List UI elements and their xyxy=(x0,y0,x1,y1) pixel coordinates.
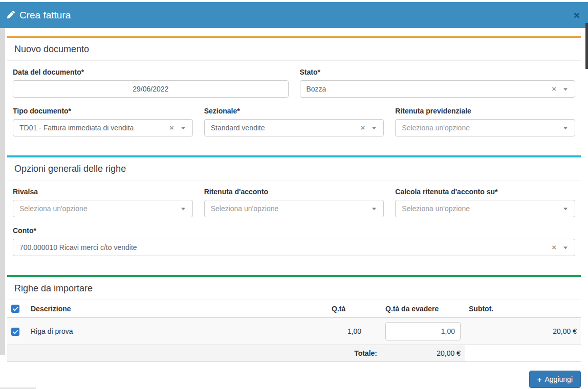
sezionale-select-value: Standard vendite xyxy=(211,124,265,132)
panel-title-nuovo-documento: Nuovo documento xyxy=(7,38,581,61)
panel-title-opzioni-generali: Opzioni generali delle righe xyxy=(7,157,581,180)
modal-header: Crea fattura × xyxy=(0,2,588,28)
qta-da-evadere-input[interactable] xyxy=(385,322,461,340)
panel-righe-da-importare: Righe da importare Descrizione Q.tà Q.tà… xyxy=(7,275,581,362)
label-calcola-ritenuta: Calcola ritenuta d'acconto su* xyxy=(395,188,575,196)
close-icon[interactable]: × xyxy=(574,10,580,20)
calcola-ritenuta-placeholder: Seleziona un'opzione xyxy=(402,204,470,213)
chevron-down-icon[interactable] xyxy=(372,208,376,211)
stato-select[interactable]: Bozza × xyxy=(300,80,576,98)
column-header-qta-da-evadere: Q.tà da evadere xyxy=(381,300,465,317)
totale-blank-cell xyxy=(465,345,581,362)
ritenuta-acconto-select[interactable]: Seleziona un'opzione xyxy=(204,200,384,217)
calcola-ritenuta-select[interactable]: Seleziona un'opzione xyxy=(395,200,575,217)
label-tipo-documento: Tipo documento* xyxy=(13,107,193,115)
modal-title-text: Crea fattura xyxy=(19,10,71,21)
panel-nuovo-documento: Nuovo documento Data del documento* Stat… xyxy=(7,36,581,147)
scrollbar-thumb[interactable] xyxy=(585,23,588,69)
plus-icon: + xyxy=(537,376,542,383)
rivalsa-placeholder: Seleziona un'opzione xyxy=(19,204,88,213)
chevron-down-icon[interactable] xyxy=(181,208,185,211)
modal-actions: + Aggiungi xyxy=(7,371,581,388)
righe-table: Descrizione Q.tà Q.tà da evadere Subtot.… xyxy=(7,300,581,362)
label-stato: Stato* xyxy=(300,68,576,76)
totale-label: Totale: xyxy=(7,345,381,362)
chevron-down-icon[interactable] xyxy=(181,127,185,130)
ritenuta-acconto-placeholder: Seleziona un'opzione xyxy=(211,204,279,213)
panel-opzioni-generali: Opzioni generali delle righe Rivalsa Sel… xyxy=(7,155,581,266)
row-subtot: 20,00 € xyxy=(465,317,581,345)
ritenuta-previdenziale-placeholder: Seleziona un'opzione xyxy=(402,124,470,132)
aggiungi-button[interactable]: + Aggiungi xyxy=(529,371,581,388)
rivalsa-select[interactable]: Seleziona un'opzione xyxy=(13,200,193,217)
conto-select[interactable]: 700.000010 Ricavi merci c/to vendite × xyxy=(13,239,575,256)
clear-x-icon[interactable]: × xyxy=(552,85,556,93)
label-sezionale: Sezionale* xyxy=(204,107,384,115)
clear-x-icon[interactable]: × xyxy=(169,124,174,131)
modal-body: Nuovo documento Data del documento* Stat… xyxy=(0,28,588,388)
table-row: Riga di prova 1,00 20,00 € xyxy=(7,317,581,345)
chevron-down-icon[interactable] xyxy=(563,208,568,211)
table-header-row: Descrizione Q.tà Q.tà da evadere Subtot. xyxy=(7,300,581,317)
row-qta: 1,00 xyxy=(328,317,381,345)
row-checkbox[interactable] xyxy=(11,328,19,336)
clear-x-icon[interactable]: × xyxy=(361,124,365,131)
select-all-checkbox[interactable] xyxy=(11,305,19,313)
pencil-icon xyxy=(7,10,15,21)
chevron-down-icon[interactable] xyxy=(372,127,376,130)
tipo-documento-select[interactable]: TD01 - Fattura immediata di vendita × xyxy=(13,119,193,136)
page-edge-left xyxy=(0,28,5,355)
table-footer-row: Totale: 20,00 € xyxy=(7,345,581,362)
label-rivalsa: Rivalsa xyxy=(13,188,193,196)
data-documento-input[interactable] xyxy=(13,80,289,98)
chevron-down-icon[interactable] xyxy=(563,247,568,249)
label-conto: Conto* xyxy=(13,226,575,235)
row-descrizione: Riga di prova xyxy=(27,317,328,345)
stato-select-value: Bozza xyxy=(307,85,326,93)
panel-title-righe-da-importare: Righe da importare xyxy=(7,277,581,300)
column-header-descrizione: Descrizione xyxy=(27,300,328,317)
label-ritenuta-previdenziale: Ritenuta previdenziale xyxy=(395,107,575,115)
conto-select-value: 700.000010 Ricavi merci c/to vendite xyxy=(19,243,137,251)
sezionale-select[interactable]: Standard vendite × xyxy=(204,119,384,136)
totale-value: 20,00 € xyxy=(381,345,465,362)
modal-title: Crea fattura xyxy=(7,10,71,21)
chevron-down-icon[interactable] xyxy=(563,88,568,91)
label-data-documento: Data del documento* xyxy=(13,68,289,76)
ritenuta-previdenziale-select[interactable]: Seleziona un'opzione xyxy=(395,119,575,136)
chevron-down-icon[interactable] xyxy=(563,127,568,130)
aggiungi-button-label: Aggiungi xyxy=(545,375,573,383)
tipo-documento-select-value: TD01 - Fattura immediata di vendita xyxy=(19,124,134,132)
clear-x-icon[interactable]: × xyxy=(552,243,556,251)
column-header-subtot: Subtot. xyxy=(465,300,581,317)
label-ritenuta-acconto: Ritenuta d'acconto xyxy=(204,188,384,196)
column-header-qta: Q.tà xyxy=(328,300,381,317)
